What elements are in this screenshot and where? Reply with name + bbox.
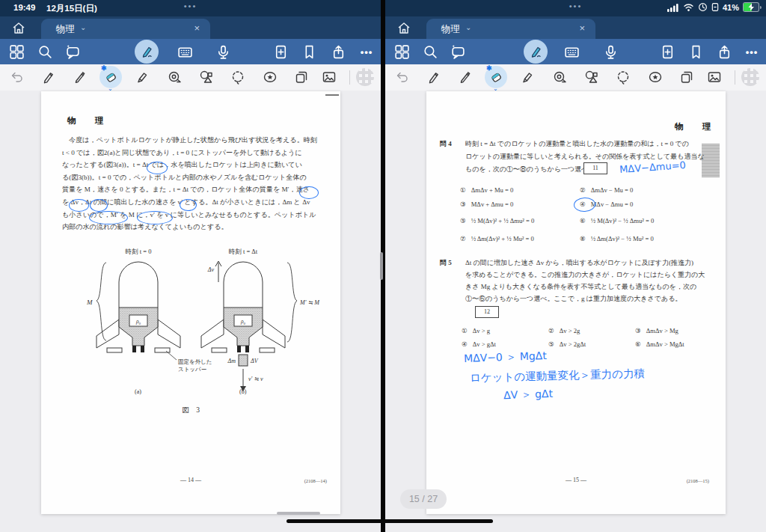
chevron-down-icon[interactable]: ⌄ — [465, 23, 471, 31]
image-tool[interactable] — [706, 69, 723, 85]
bookmark-button[interactable] — [687, 43, 705, 61]
pen-tool[interactable] — [40, 69, 57, 85]
eraser-icon — [104, 70, 118, 85]
lasso-icon — [230, 70, 245, 85]
answer-option: ④Δv > gΔt — [462, 340, 496, 348]
add-page-button[interactable] — [272, 43, 289, 61]
ai-chat-button[interactable] — [449, 43, 467, 61]
figure-stopper-label-2: ストッパー — [178, 366, 206, 373]
keyboard-button[interactable] — [176, 43, 194, 61]
lasso-tool[interactable] — [230, 69, 246, 85]
microphone-button[interactable] — [601, 43, 619, 61]
vertical-scrollbar[interactable] — [380, 252, 383, 280]
thumbnails-button[interactable] — [7, 43, 25, 61]
image-tool[interactable] — [321, 69, 337, 85]
chevron-down-icon[interactable]: ⌄ — [80, 23, 86, 31]
main-toolbar: ••• — [385, 39, 766, 64]
canvas-area[interactable]: 物 理 問 4 時刻 t = Δt でのロケットの運動量と噴出した水の運動量の和… — [385, 91, 766, 532]
color-swatch-none[interactable] — [741, 68, 759, 86]
horizontal-scrollbar[interactable] — [277, 512, 320, 515]
question-text-line: Δt の間に増加した速さ Δv から，噴出する水がロケットに及ぼす力(推進力) — [465, 258, 693, 268]
highlighter-tool[interactable] — [134, 69, 150, 85]
elements-tool[interactable] — [293, 69, 310, 85]
eraser-tool[interactable]: ✱ ⌄ — [99, 66, 122, 88]
sticker-tool[interactable] — [647, 69, 664, 85]
sticker-tool[interactable] — [262, 69, 278, 85]
figure-rho-b-label: ρ₀ — [240, 318, 246, 325]
answer-option: ①Δv > g — [462, 327, 490, 334]
undo-button[interactable] — [393, 69, 410, 85]
page-title: 物 理 — [67, 115, 109, 126]
option-formula: Δv > 2gΔt — [560, 340, 586, 348]
keyboard-button[interactable] — [563, 43, 580, 61]
pencil-tool[interactable] — [72, 69, 88, 85]
pages-icon — [679, 70, 694, 85]
pen-mode-icon — [528, 44, 543, 59]
search-button[interactable] — [421, 43, 439, 61]
undo-button[interactable] — [8, 69, 25, 85]
more-icon: ••• — [746, 46, 759, 58]
shapes-tool[interactable] — [198, 69, 215, 85]
pen-mode-button[interactable] — [135, 40, 159, 64]
question-text-line: きさ Mg よりも大きくなる条件を表す不等式として最も適当なものを，次の — [465, 282, 696, 292]
ink-circle — [90, 199, 108, 212]
pencil-tool[interactable] — [457, 69, 474, 85]
ink-circle — [180, 199, 197, 211]
option-number: ⑥ — [580, 217, 586, 224]
more-button[interactable]: ••• — [743, 43, 761, 61]
share-button[interactable] — [715, 43, 733, 61]
home-button[interactable] — [10, 20, 27, 37]
shapes-tool[interactable] — [583, 69, 600, 85]
close-icon[interactable]: × — [579, 22, 585, 34]
bookmark-button[interactable] — [300, 43, 318, 61]
lasso-tool[interactable] — [615, 69, 631, 85]
highlighter-tool[interactable] — [519, 69, 536, 85]
image-icon — [322, 70, 337, 85]
pen-mode-icon — [139, 44, 154, 59]
home-button[interactable] — [396, 20, 412, 37]
close-icon[interactable]: × — [194, 22, 200, 34]
canvas-area[interactable]: 物 理 今度は，ペットボトルロケットが静止した状態から飛び出す状況を考える。時刻… — [0, 91, 381, 532]
home-indicator[interactable] — [287, 519, 493, 523]
battery-charging-icon — [743, 3, 762, 12]
answer-option: ③ΔmΔv > Mg — [635, 327, 678, 334]
more-icon: ••• — [361, 46, 373, 58]
multitask-dots[interactable]: ••• — [0, 1, 381, 10]
toolbar-separator — [735, 70, 735, 85]
option-formula: Δv > 2g — [560, 327, 580, 334]
share-button[interactable] — [329, 43, 347, 61]
ai-chat-icon — [65, 44, 81, 60]
main-toolbar: ••• — [0, 39, 381, 64]
home-icon — [396, 20, 412, 37]
elements-tool[interactable] — [678, 69, 695, 85]
text-line: 今度は，ペットボトルロケットが静止した状態から飛び出す状況を考える。時刻 — [62, 134, 334, 147]
search-button[interactable] — [36, 43, 54, 61]
tape-tool[interactable] — [166, 69, 183, 85]
ai-chat-button[interactable] — [64, 43, 82, 61]
bookmark-icon — [301, 44, 317, 60]
color-swatch-none[interactable] — [356, 68, 374, 86]
option-formula: ½ Δm(Δv)² − ½ Mu² = 0 — [591, 235, 654, 242]
handwritten-note: MΔV−0 ＞ MgΔt — [464, 349, 547, 366]
option-number: ③ — [635, 327, 641, 334]
undo-icon — [9, 70, 24, 85]
tab-physics[interactable]: 物理 ⌄ × — [41, 19, 210, 39]
answer-option: ③MΔv + Δmu = 0 — [460, 201, 513, 208]
microphone-button[interactable] — [214, 43, 232, 61]
add-page-button[interactable] — [658, 43, 676, 61]
question-text-line: 時刻 t = Δt でのロケットの運動量と噴出した水の運動量の和は，t = 0 … — [465, 139, 689, 149]
tab-physics[interactable]: 物理 ⌄ × — [426, 19, 595, 39]
eraser-tool[interactable]: ✱ ⌄ — [485, 66, 507, 88]
lasso-icon — [616, 70, 631, 85]
search-icon — [37, 44, 53, 60]
figure-time-a-label: 時刻 t = 0 — [126, 248, 152, 255]
option-formula: ½ M(Δv)² + ½ Δmu² = 0 — [471, 217, 535, 224]
tape-tool[interactable] — [551, 69, 568, 85]
toolbar-separator — [349, 70, 350, 85]
thumbnails-button[interactable] — [393, 43, 411, 61]
pen-tool[interactable] — [426, 69, 442, 85]
option-number: ⑥ — [635, 340, 641, 348]
tape-icon — [552, 70, 567, 85]
pen-mode-button[interactable] — [524, 40, 548, 64]
more-button[interactable]: ••• — [358, 43, 376, 61]
